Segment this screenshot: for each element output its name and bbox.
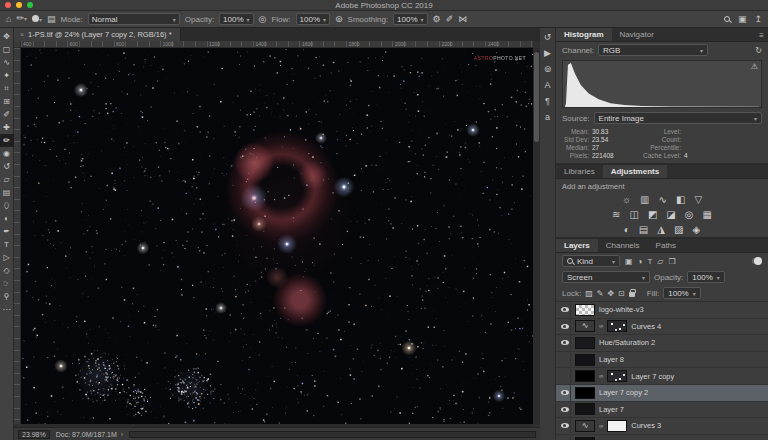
brush-tool[interactable]: ✏ bbox=[0, 134, 14, 147]
adj-threshold[interactable]: ◮ bbox=[657, 224, 665, 235]
smoothing-options-gear-icon[interactable]: ⚙ bbox=[433, 15, 441, 24]
tab-layers[interactable]: Layers bbox=[556, 239, 598, 252]
blur-tool[interactable]: ⬯ bbox=[0, 199, 14, 212]
paragraph-panel-icon[interactable]: ¶ bbox=[545, 96, 550, 106]
refresh-histogram-icon[interactable]: ↻ bbox=[755, 46, 762, 55]
layer-row-layer-8[interactable]: Layer 8 bbox=[556, 352, 768, 369]
status-options-chevron[interactable]: › bbox=[121, 431, 123, 438]
adj-gradient-map[interactable]: ▨ bbox=[674, 224, 683, 235]
lasso-tool[interactable]: ∿ bbox=[0, 56, 14, 69]
layer-row-logo-white-v3[interactable]: logo-white-v3 bbox=[556, 302, 768, 319]
adj-invert[interactable]: ◐ bbox=[624, 224, 630, 235]
pressure-opacity-icon[interactable]: ◎ bbox=[259, 15, 267, 24]
mask-link-icon[interactable]: ∞ bbox=[599, 423, 603, 429]
mode-select[interactable]: Normal▾ bbox=[88, 13, 180, 25]
layer-row-layer-6[interactable]: Layer 6 bbox=[556, 435, 768, 440]
visibility-toggle[interactable] bbox=[559, 402, 571, 418]
layer-row-layer-7-copy[interactable]: ∞Layer 7 copy bbox=[556, 368, 768, 385]
tab-paths[interactable]: Paths bbox=[648, 239, 684, 252]
adj-curves[interactable]: ∿ bbox=[659, 194, 667, 205]
path-selection-tool[interactable]: ▷ bbox=[0, 251, 14, 264]
fill-field[interactable]: 100%▾ bbox=[663, 287, 700, 299]
filter-adjustment-layers-icon[interactable]: ◑ bbox=[638, 257, 643, 266]
adj-photo-filter[interactable]: ◪ bbox=[666, 209, 675, 220]
tab-channels[interactable]: Channels bbox=[598, 239, 648, 252]
lock-paint-icon[interactable]: ✎ bbox=[597, 289, 604, 298]
mask-link-icon[interactable]: ∞ bbox=[599, 323, 603, 329]
adj-color-lookup[interactable]: ▦ bbox=[703, 209, 712, 220]
brush-settings-panel-icon[interactable]: ▤ bbox=[47, 15, 56, 24]
visibility-toggle[interactable] bbox=[559, 435, 571, 440]
visibility-toggle[interactable] bbox=[559, 385, 571, 401]
filter-type-layers-icon[interactable]: T bbox=[647, 257, 652, 266]
document-tab[interactable]: × 1-PS.tif @ 24% (Layer 7 copy 2, RGB/16… bbox=[14, 28, 181, 41]
tab-adjustments[interactable]: Adjustments bbox=[603, 165, 667, 178]
visibility-toggle[interactable] bbox=[559, 302, 571, 318]
layer-mask-thumbnail[interactable] bbox=[607, 320, 627, 332]
gradient-tool[interactable]: ▤ bbox=[0, 186, 14, 199]
visibility-toggle[interactable] bbox=[559, 335, 571, 351]
adj-selective-color[interactable]: ◈ bbox=[692, 224, 700, 235]
tab-navigator[interactable]: Navigator bbox=[612, 28, 662, 41]
shape-tool[interactable]: ◇ bbox=[0, 264, 14, 277]
opacity-select[interactable]: 100%▾ bbox=[219, 13, 253, 25]
layer-thumbnail[interactable]: ∿ bbox=[575, 320, 595, 332]
layer-thumbnail[interactable] bbox=[575, 437, 595, 440]
blend-mode-select[interactable]: Screen▾ bbox=[562, 271, 650, 283]
edit-toolbar[interactable]: ⋯ bbox=[0, 303, 14, 316]
layer-thumbnail[interactable] bbox=[575, 337, 595, 349]
history-panel-icon[interactable]: ↺ bbox=[544, 32, 552, 42]
visibility-toggle[interactable] bbox=[559, 418, 571, 434]
filtering-toggle[interactable] bbox=[752, 258, 762, 264]
canvas-vertical-scrollbar[interactable] bbox=[533, 48, 540, 424]
adj-exposure[interactable]: ◧ bbox=[676, 194, 685, 205]
mask-link-icon[interactable]: ∞ bbox=[599, 373, 603, 379]
adj-black-white[interactable]: ◩ bbox=[648, 209, 657, 220]
clone-stamp-tool[interactable]: ◉ bbox=[0, 147, 14, 160]
actions-panel-icon[interactable]: ▶ bbox=[544, 48, 551, 58]
zoom-level-field[interactable]: 23.98% bbox=[18, 430, 50, 439]
image-canvas[interactable]: ASTROPHOTO.NET bbox=[21, 48, 533, 424]
histogram-panel-menu-icon[interactable]: ≡ bbox=[759, 31, 764, 40]
tab-libraries[interactable]: Libraries bbox=[556, 165, 603, 178]
glyphs-panel-icon[interactable]: a bbox=[545, 112, 550, 122]
tab-histogram[interactable]: Histogram bbox=[556, 28, 612, 41]
flow-select[interactable]: 100%▾ bbox=[296, 13, 330, 25]
layer-row-hue-saturation-2[interactable]: Hue/Saturation 2 bbox=[556, 335, 768, 352]
quick-selection-tool[interactable]: ✦ bbox=[0, 69, 14, 82]
layer-row-curves-4[interactable]: ∿∞Curves 4 bbox=[556, 319, 768, 336]
visibility-toggle[interactable] bbox=[559, 319, 571, 335]
layer-mask-thumbnail[interactable] bbox=[607, 370, 627, 382]
home-icon[interactable]: ⌂ bbox=[6, 15, 11, 24]
lock-all-icon[interactable] bbox=[629, 292, 635, 297]
layer-thumbnail[interactable]: ∿ bbox=[575, 420, 595, 432]
layer-thumbnail[interactable] bbox=[575, 304, 595, 316]
dodge-tool[interactable]: ◐ bbox=[0, 212, 14, 225]
adj-channel-mixer[interactable]: ◎ bbox=[685, 209, 694, 220]
paint-symmetry-icon[interactable]: ⋈ bbox=[458, 15, 467, 24]
close-tab-icon[interactable]: × bbox=[20, 31, 24, 38]
layer-thumbnail[interactable] bbox=[575, 354, 595, 366]
healing-brush-tool[interactable]: ✚ bbox=[0, 121, 14, 134]
crop-tool[interactable]: ⌗ bbox=[0, 82, 14, 95]
layer-thumbnail[interactable] bbox=[575, 370, 595, 382]
search-icon[interactable] bbox=[724, 16, 730, 22]
layer-row-layer-7-copy-2[interactable]: Layer 7 copy 2 bbox=[556, 385, 768, 402]
channel-select[interactable]: RGB▾ bbox=[598, 44, 708, 56]
lock-artboard-icon[interactable]: ⊡ bbox=[618, 289, 625, 298]
adj-color-balance[interactable]: ◫ bbox=[629, 209, 638, 220]
zoom-tool[interactable]: ⚲ bbox=[0, 290, 14, 303]
eyedropper-tool[interactable]: ✐ bbox=[0, 108, 14, 121]
filter-pixel-layers-icon[interactable]: ▣ bbox=[625, 257, 633, 266]
clone-source-panel-icon[interactable]: ⊚ bbox=[544, 64, 552, 74]
airbrush-icon[interactable]: ⊚ bbox=[335, 15, 343, 24]
eraser-tool[interactable]: ▱ bbox=[0, 173, 14, 186]
visibility-toggle[interactable] bbox=[559, 368, 571, 384]
hand-tool[interactable]: ☞ bbox=[0, 277, 14, 290]
adj-posterize[interactable]: ▤ bbox=[639, 224, 648, 235]
character-panel-icon[interactable]: A bbox=[544, 80, 550, 90]
adj-vibrance[interactable]: ▽ bbox=[694, 194, 702, 205]
layer-thumbnail[interactable] bbox=[575, 387, 595, 399]
marquee-tool[interactable]: ▢ bbox=[0, 43, 14, 56]
layer-row-layer-7[interactable]: Layer 7 bbox=[556, 402, 768, 419]
